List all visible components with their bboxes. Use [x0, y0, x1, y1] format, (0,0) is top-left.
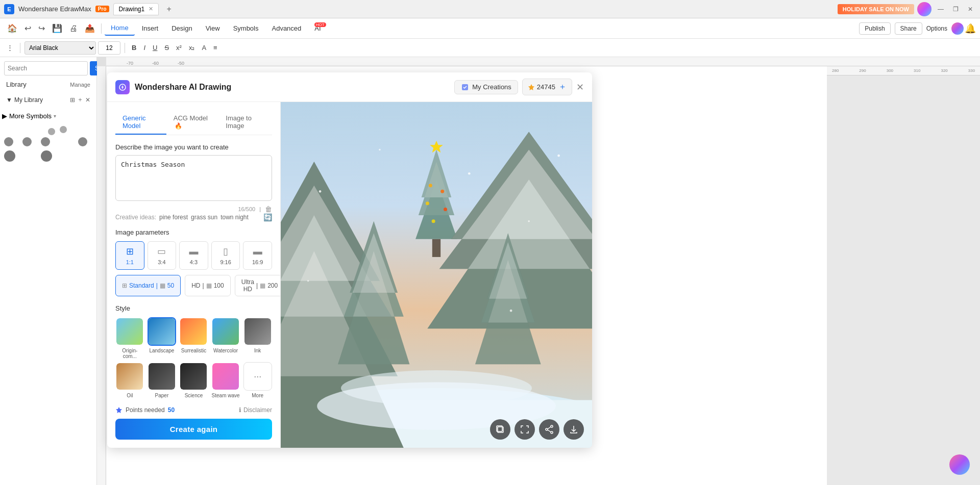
tab-generic-model[interactable]: Generic Model — [115, 110, 166, 135]
user-avatar[interactable] — [951, 22, 964, 35]
toolbar-symbol-btn[interactable]: ⋮ — [4, 42, 16, 53]
ratio-9-16-button[interactable]: ▯ 9:16 — [211, 241, 240, 270]
font-color-button[interactable]: A — [199, 42, 209, 53]
tab-acg-model[interactable]: ACG Model 🔥 — [166, 110, 219, 135]
manage-button[interactable]: Manage — [70, 82, 90, 88]
underline-button[interactable]: U — [150, 42, 160, 53]
italic-button[interactable]: I — [141, 42, 148, 53]
canvas-area[interactable]: -70 -60 -50 Wondershare AI Drawing My Cr… — [97, 57, 980, 485]
options-button[interactable]: Options — [926, 25, 947, 32]
quality-standard-button[interactable]: ⊞ Standard | ▦ 50 — [115, 275, 181, 296]
ratio-16-9-button[interactable]: ▬ 16:9 — [243, 241, 272, 270]
tab-insert[interactable]: Insert — [136, 21, 165, 35]
style-landscape[interactable]: Landscape — [148, 317, 177, 359]
symbol-item[interactable] — [41, 137, 50, 146]
symbol-item[interactable] — [4, 150, 15, 162]
tab-design[interactable]: Design — [165, 21, 198, 35]
search-input[interactable] — [4, 61, 88, 75]
symbol-item[interactable] — [60, 126, 67, 133]
refresh-ideas-button[interactable]: 🔄 — [263, 213, 272, 221]
ai-panel-header: Wondershare AI Drawing My Creations 2474… — [107, 72, 592, 102]
symbol-item[interactable] — [78, 137, 87, 146]
add-credits-button[interactable]: ＋ — [558, 82, 567, 92]
redo-button[interactable]: ↪ — [35, 21, 48, 35]
my-lib-icons: ⊞ ＋ ✕ — [70, 95, 90, 104]
add-library-button[interactable]: ＋ — [77, 95, 83, 104]
undo-button[interactable]: ↩ — [21, 21, 34, 35]
strikethrough-button[interactable]: S — [162, 42, 172, 53]
style-paper[interactable]: Paper — [148, 362, 177, 398]
bold-button[interactable]: B — [129, 42, 139, 53]
home-icon-button[interactable]: 🏠 — [4, 21, 20, 35]
save-button[interactable]: 💾 — [49, 21, 65, 35]
symbol-item[interactable] — [41, 150, 52, 162]
tab-close-icon[interactable]: ✕ — [149, 6, 153, 12]
tab-view[interactable]: View — [200, 21, 226, 35]
tab-symbols[interactable]: Symbols — [227, 21, 265, 35]
style-oil[interactable]: Oil — [115, 362, 144, 398]
standard-label: Standard — [129, 282, 154, 289]
disclaimer-button[interactable]: ℹ Disclaimer — [239, 406, 272, 414]
style-watercolor[interactable]: Watercolor — [211, 317, 240, 359]
ruler-num: 320 — [941, 68, 947, 73]
library-label: Library — [6, 81, 27, 88]
add-tab-button[interactable]: + — [163, 3, 175, 15]
clear-description-button[interactable]: 🗑 — [265, 205, 272, 213]
tab-home[interactable]: Home — [105, 21, 135, 36]
tab-image-to-image[interactable]: Image to Image — [218, 110, 272, 135]
font-size-input[interactable] — [98, 41, 120, 55]
drawing-tab[interactable]: Drawing1 ✕ — [113, 3, 159, 15]
print-button[interactable]: 🖨 — [66, 22, 81, 35]
tab-ai[interactable]: AIHOT — [308, 21, 327, 35]
style-steam-wave[interactable]: Steam wave — [211, 362, 240, 398]
export-button[interactable]: 📤 — [82, 21, 98, 35]
svg-point-48 — [319, 190, 322, 193]
list-button[interactable]: ≡ — [211, 42, 220, 53]
symbol-item[interactable] — [22, 137, 32, 146]
style-more[interactable]: ··· More — [243, 362, 272, 398]
more-symbols-button[interactable]: ▶ More Symbols ▾ — [2, 112, 56, 120]
style-surrealistic[interactable]: Surrealistic — [179, 317, 208, 359]
right-canvas-area: 280 290 300 310 320 330 340 360 — [827, 66, 980, 485]
publish-button[interactable]: Publish — [859, 22, 890, 35]
download-image-button[interactable] — [564, 419, 584, 440]
quality-hd-button[interactable]: HD | ▦ 100 — [185, 275, 231, 296]
idea-grass-sun[interactable]: grass sun — [191, 214, 217, 221]
tab-advanced[interactable]: Advanced — [265, 21, 307, 35]
share-image-button[interactable] — [539, 419, 559, 440]
points-text: Points needed 50 — [115, 406, 175, 414]
create-again-button[interactable]: Create again — [115, 419, 272, 440]
holiday-sale-button[interactable]: HOLIDAY SALE ON NOW — [838, 4, 914, 14]
ratio-4-3-button[interactable]: ▬ 4:3 — [179, 241, 208, 270]
search-row: Search — [4, 61, 92, 75]
copy-image-button[interactable] — [490, 419, 510, 440]
grid-view-button[interactable]: ⊞ — [70, 95, 75, 104]
quality-ultrahd-button[interactable]: Ultra HD | ▦ 200 — [235, 275, 281, 296]
ai-logo — [115, 80, 130, 94]
ratio-1-1-button[interactable]: ⊞ 1:1 — [115, 241, 144, 270]
avatar[interactable] — [917, 2, 932, 16]
idea-town-night[interactable]: town night — [220, 214, 249, 221]
ruler-mark: -50 — [178, 61, 184, 66]
my-creations-button[interactable]: My Creations — [454, 80, 518, 94]
close-ai-panel-button[interactable]: ✕ — [576, 82, 584, 93]
style-ink[interactable]: Ink — [243, 317, 272, 359]
idea-pine-forest[interactable]: pine forest — [159, 214, 188, 221]
font-family-select[interactable]: Arial Black — [24, 41, 96, 55]
share-button[interactable]: Share — [895, 22, 922, 35]
style-steam-thumb — [211, 362, 240, 391]
style-science[interactable]: Science — [179, 362, 208, 398]
restore-button[interactable]: ❐ — [950, 5, 962, 14]
close-button[interactable]: ✕ — [965, 5, 976, 14]
subscript-button[interactable]: x₂ — [186, 42, 198, 53]
description-textarea[interactable]: Christmas Season — [115, 155, 272, 201]
expand-image-button[interactable] — [514, 419, 535, 440]
close-library-button[interactable]: ✕ — [85, 95, 90, 104]
superscript-button[interactable]: x² — [174, 42, 184, 53]
minimize-button[interactable]: — — [935, 5, 947, 14]
style-origin[interactable]: Origin-com... — [115, 317, 144, 359]
symbol-item[interactable] — [48, 128, 55, 135]
symbol-item[interactable] — [4, 137, 13, 146]
credits-button[interactable]: 24745 ＋ — [522, 79, 572, 95]
ratio-3-4-button[interactable]: ▭ 3:4 — [148, 241, 177, 270]
